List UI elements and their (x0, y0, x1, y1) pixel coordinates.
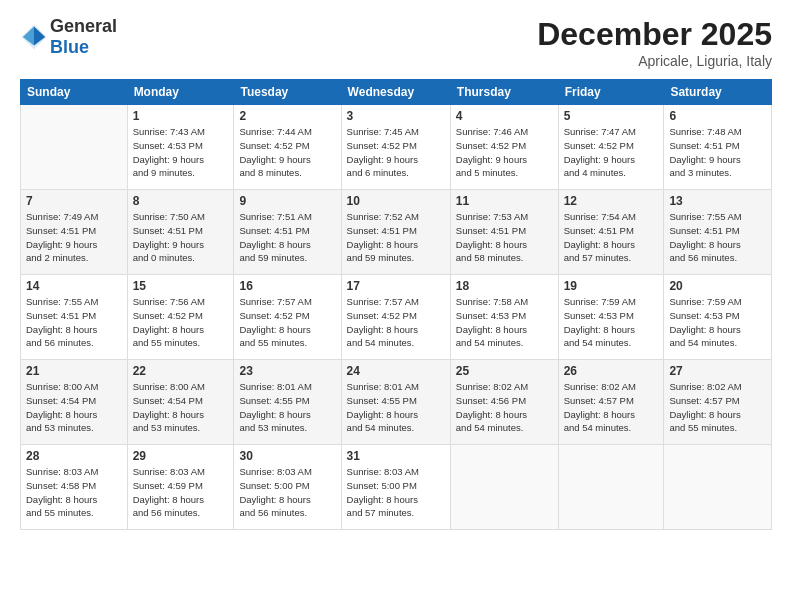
day-number: 27 (669, 364, 766, 378)
day-number: 21 (26, 364, 122, 378)
day-info: Sunrise: 7:53 AM Sunset: 4:51 PM Dayligh… (456, 210, 553, 265)
table-row: 23Sunrise: 8:01 AM Sunset: 4:55 PM Dayli… (234, 360, 341, 445)
logo-text: General Blue (50, 16, 117, 57)
day-info: Sunrise: 8:03 AM Sunset: 5:00 PM Dayligh… (239, 465, 335, 520)
col-wednesday: Wednesday (341, 80, 450, 105)
table-row: 8Sunrise: 7:50 AM Sunset: 4:51 PM Daylig… (127, 190, 234, 275)
day-number: 10 (347, 194, 445, 208)
col-thursday: Thursday (450, 80, 558, 105)
day-info: Sunrise: 7:59 AM Sunset: 4:53 PM Dayligh… (564, 295, 659, 350)
day-info: Sunrise: 7:58 AM Sunset: 4:53 PM Dayligh… (456, 295, 553, 350)
day-number: 1 (133, 109, 229, 123)
table-row: 14Sunrise: 7:55 AM Sunset: 4:51 PM Dayli… (21, 275, 128, 360)
day-number: 7 (26, 194, 122, 208)
calendar-header-row: Sunday Monday Tuesday Wednesday Thursday… (21, 80, 772, 105)
table-row: 12Sunrise: 7:54 AM Sunset: 4:51 PM Dayli… (558, 190, 664, 275)
logo-icon (20, 23, 48, 51)
day-info: Sunrise: 7:55 AM Sunset: 4:51 PM Dayligh… (669, 210, 766, 265)
header: General Blue December 2025 Apricale, Lig… (20, 16, 772, 69)
table-row: 11Sunrise: 7:53 AM Sunset: 4:51 PM Dayli… (450, 190, 558, 275)
table-row: 17Sunrise: 7:57 AM Sunset: 4:52 PM Dayli… (341, 275, 450, 360)
col-friday: Friday (558, 80, 664, 105)
col-monday: Monday (127, 80, 234, 105)
calendar-week-row: 14Sunrise: 7:55 AM Sunset: 4:51 PM Dayli… (21, 275, 772, 360)
day-info: Sunrise: 7:45 AM Sunset: 4:52 PM Dayligh… (347, 125, 445, 180)
table-row: 27Sunrise: 8:02 AM Sunset: 4:57 PM Dayli… (664, 360, 772, 445)
table-row: 22Sunrise: 8:00 AM Sunset: 4:54 PM Dayli… (127, 360, 234, 445)
table-row: 7Sunrise: 7:49 AM Sunset: 4:51 PM Daylig… (21, 190, 128, 275)
table-row: 3Sunrise: 7:45 AM Sunset: 4:52 PM Daylig… (341, 105, 450, 190)
day-info: Sunrise: 7:57 AM Sunset: 4:52 PM Dayligh… (347, 295, 445, 350)
day-info: Sunrise: 7:50 AM Sunset: 4:51 PM Dayligh… (133, 210, 229, 265)
day-number: 4 (456, 109, 553, 123)
table-row: 26Sunrise: 8:02 AM Sunset: 4:57 PM Dayli… (558, 360, 664, 445)
day-info: Sunrise: 8:01 AM Sunset: 4:55 PM Dayligh… (239, 380, 335, 435)
table-row: 28Sunrise: 8:03 AM Sunset: 4:58 PM Dayli… (21, 445, 128, 530)
day-number: 11 (456, 194, 553, 208)
day-info: Sunrise: 8:03 AM Sunset: 5:00 PM Dayligh… (347, 465, 445, 520)
day-info: Sunrise: 7:59 AM Sunset: 4:53 PM Dayligh… (669, 295, 766, 350)
day-number: 17 (347, 279, 445, 293)
day-number: 14 (26, 279, 122, 293)
day-number: 6 (669, 109, 766, 123)
month-title: December 2025 (537, 16, 772, 53)
day-number: 23 (239, 364, 335, 378)
day-info: Sunrise: 7:49 AM Sunset: 4:51 PM Dayligh… (26, 210, 122, 265)
day-number: 3 (347, 109, 445, 123)
day-number: 16 (239, 279, 335, 293)
table-row: 18Sunrise: 7:58 AM Sunset: 4:53 PM Dayli… (450, 275, 558, 360)
day-info: Sunrise: 8:00 AM Sunset: 4:54 PM Dayligh… (133, 380, 229, 435)
day-info: Sunrise: 7:55 AM Sunset: 4:51 PM Dayligh… (26, 295, 122, 350)
table-row: 13Sunrise: 7:55 AM Sunset: 4:51 PM Dayli… (664, 190, 772, 275)
table-row (21, 105, 128, 190)
day-number: 20 (669, 279, 766, 293)
day-number: 12 (564, 194, 659, 208)
calendar-week-row: 21Sunrise: 8:00 AM Sunset: 4:54 PM Dayli… (21, 360, 772, 445)
day-number: 13 (669, 194, 766, 208)
table-row: 24Sunrise: 8:01 AM Sunset: 4:55 PM Dayli… (341, 360, 450, 445)
col-sunday: Sunday (21, 80, 128, 105)
day-info: Sunrise: 7:43 AM Sunset: 4:53 PM Dayligh… (133, 125, 229, 180)
day-info: Sunrise: 8:03 AM Sunset: 4:59 PM Dayligh… (133, 465, 229, 520)
table-row: 2Sunrise: 7:44 AM Sunset: 4:52 PM Daylig… (234, 105, 341, 190)
calendar-week-row: 1Sunrise: 7:43 AM Sunset: 4:53 PM Daylig… (21, 105, 772, 190)
day-info: Sunrise: 7:47 AM Sunset: 4:52 PM Dayligh… (564, 125, 659, 180)
day-info: Sunrise: 8:00 AM Sunset: 4:54 PM Dayligh… (26, 380, 122, 435)
day-number: 18 (456, 279, 553, 293)
day-number: 22 (133, 364, 229, 378)
page: General Blue December 2025 Apricale, Lig… (0, 0, 792, 612)
day-number: 26 (564, 364, 659, 378)
table-row: 5Sunrise: 7:47 AM Sunset: 4:52 PM Daylig… (558, 105, 664, 190)
table-row: 1Sunrise: 7:43 AM Sunset: 4:53 PM Daylig… (127, 105, 234, 190)
table-row: 25Sunrise: 8:02 AM Sunset: 4:56 PM Dayli… (450, 360, 558, 445)
table-row: 4Sunrise: 7:46 AM Sunset: 4:52 PM Daylig… (450, 105, 558, 190)
day-number: 30 (239, 449, 335, 463)
location-subtitle: Apricale, Liguria, Italy (537, 53, 772, 69)
day-info: Sunrise: 8:02 AM Sunset: 4:57 PM Dayligh… (564, 380, 659, 435)
table-row: 31Sunrise: 8:03 AM Sunset: 5:00 PM Dayli… (341, 445, 450, 530)
table-row: 16Sunrise: 7:57 AM Sunset: 4:52 PM Dayli… (234, 275, 341, 360)
day-number: 29 (133, 449, 229, 463)
logo: General Blue (20, 16, 117, 58)
day-info: Sunrise: 7:52 AM Sunset: 4:51 PM Dayligh… (347, 210, 445, 265)
day-number: 24 (347, 364, 445, 378)
day-info: Sunrise: 7:54 AM Sunset: 4:51 PM Dayligh… (564, 210, 659, 265)
day-number: 15 (133, 279, 229, 293)
table-row: 9Sunrise: 7:51 AM Sunset: 4:51 PM Daylig… (234, 190, 341, 275)
table-row (450, 445, 558, 530)
calendar-week-row: 7Sunrise: 7:49 AM Sunset: 4:51 PM Daylig… (21, 190, 772, 275)
day-info: Sunrise: 8:02 AM Sunset: 4:57 PM Dayligh… (669, 380, 766, 435)
day-number: 9 (239, 194, 335, 208)
day-number: 31 (347, 449, 445, 463)
day-number: 5 (564, 109, 659, 123)
title-block: December 2025 Apricale, Liguria, Italy (537, 16, 772, 69)
day-info: Sunrise: 7:48 AM Sunset: 4:51 PM Dayligh… (669, 125, 766, 180)
table-row: 10Sunrise: 7:52 AM Sunset: 4:51 PM Dayli… (341, 190, 450, 275)
day-number: 8 (133, 194, 229, 208)
day-info: Sunrise: 7:56 AM Sunset: 4:52 PM Dayligh… (133, 295, 229, 350)
table-row (558, 445, 664, 530)
table-row (664, 445, 772, 530)
day-info: Sunrise: 8:03 AM Sunset: 4:58 PM Dayligh… (26, 465, 122, 520)
calendar-table: Sunday Monday Tuesday Wednesday Thursday… (20, 79, 772, 530)
table-row: 21Sunrise: 8:00 AM Sunset: 4:54 PM Dayli… (21, 360, 128, 445)
